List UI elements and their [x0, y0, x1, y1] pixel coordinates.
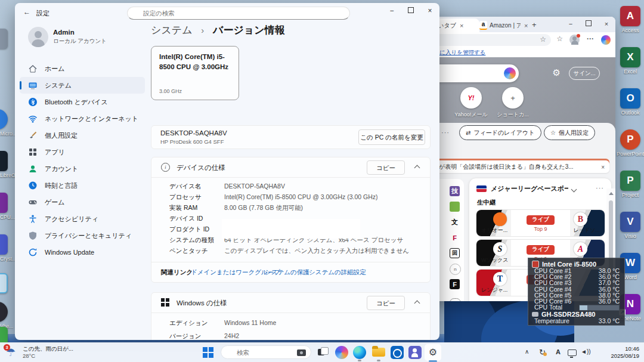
- visual-search-camera-icon[interactable]: [297, 349, 306, 356]
- site-pill[interactable]: ー: [450, 298, 461, 301]
- copilot-icon[interactable]: [601, 35, 611, 45]
- sidebar-item-network-internet[interactable]: ネットワークとインターネット: [20, 110, 145, 127]
- copy-windows-specs-button[interactable]: コピー: [367, 296, 405, 310]
- feed-layout-button[interactable]: ⇄ フィードのレイアウト: [459, 125, 541, 140]
- sidebar-item-accessibility[interactable]: アクセシビリティ: [20, 211, 145, 227]
- settings-sidebar: ホーム システム Bluetooth とデバイス ネットワークとインターネット …: [20, 60, 145, 261]
- desktop-icon-left-4[interactable]: [0, 193, 8, 213]
- windows-spec-rows: エディションWindows 11 Home バージョン24H2: [169, 319, 424, 340]
- date: 2025/08/19: [611, 352, 639, 360]
- spec-value: Intel(R) Core(TM) i5-8500 CPU @ 3.00GHz …: [224, 193, 377, 204]
- profile-avatar[interactable]: [569, 35, 580, 45]
- tab-close-icon[interactable]: ×: [460, 22, 463, 29]
- sidebar-item-home[interactable]: ホーム: [20, 60, 145, 77]
- favorites-icon[interactable]: ☆: [556, 35, 563, 43]
- site-icon-2[interactable]: [450, 202, 460, 212]
- sidebar-item-system[interactable]: システム: [20, 77, 145, 94]
- headline-close-icon[interactable]: ×: [601, 159, 605, 173]
- user-avatar[interactable]: [28, 27, 48, 47]
- edge-taskbar-icon[interactable]: [353, 346, 366, 359]
- sidebar-item-bluetooth-devices[interactable]: Bluetooth とデバイス: [20, 94, 145, 110]
- site-icon-1[interactable]: 技: [450, 186, 460, 196]
- onedrive-sync-icon[interactable]: ↻: [539, 348, 546, 357]
- settings-taskbar-icon[interactable]: ⚙: [425, 344, 441, 361]
- advanced-system-settings-link[interactable]: システムの詳細設定: [309, 268, 366, 277]
- windows-specs-header[interactable]: Windows の仕様 コピー: [151, 293, 430, 313]
- shortcut-yahoo-mail[interactable]: Y!: [460, 87, 482, 109]
- game-row-orioles-redsox[interactable]: ライブ Top 9 B オリオー... レッドソ...: [476, 209, 605, 237]
- sidebar-item-apps[interactable]: アプリ: [20, 144, 145, 160]
- desktop-icon-project[interactable]: P: [620, 171, 640, 191]
- shortcut-add[interactable]: +: [502, 87, 524, 109]
- sidebar-item-personalization[interactable]: 個人用設定: [20, 127, 145, 144]
- more-menu-icon[interactable]: ···: [587, 35, 594, 43]
- sidebar-label: 個人用設定: [45, 131, 78, 140]
- copilot-taskbar-icon[interactable]: [335, 346, 348, 359]
- edge-minimize-button[interactable]: −: [562, 17, 580, 31]
- personalize-button[interactable]: ☆ 個人用設定: [544, 125, 595, 140]
- desktop-icon-access[interactable]: A: [620, 6, 640, 26]
- desktop-icon-excel[interactable]: X: [620, 47, 640, 67]
- desktop-icon-label: Cryst...: [0, 256, 16, 262]
- ntp-settings-gear-icon[interactable]: ⚙: [553, 67, 561, 78]
- new-tab-button[interactable]: +: [532, 20, 537, 29]
- tray-chevron-icon[interactable]: ∧: [525, 348, 529, 355]
- desktop-icon-left-3[interactable]: [0, 151, 8, 171]
- weather-temp: 28°C: [23, 352, 35, 359]
- ntp-search-bar[interactable]: [426, 64, 519, 82]
- chevron-down-icon[interactable]: [571, 187, 577, 193]
- breadcrumb-parent[interactable]: システム: [151, 24, 193, 36]
- scroll-up-icon[interactable]: [609, 192, 614, 195]
- sidebar-item-privacy-security[interactable]: プライバシーとセキュリティ: [20, 227, 145, 244]
- desktop-icon-left-6[interactable]: [0, 273, 8, 293]
- outlook-taskbar-icon[interactable]: [391, 346, 404, 359]
- widget-more-icon[interactable]: ···: [596, 184, 604, 191]
- desktop-icon-left-2[interactable]: [0, 109, 8, 129]
- news-headline-bar[interactable]: が表明「会談場所は後日決まる」自身も交えた3... ×: [434, 159, 609, 173]
- file-explorer-icon[interactable]: [372, 348, 385, 357]
- spec-label: プロダクト ID: [169, 225, 224, 236]
- feed-more-icon[interactable]: ···: [441, 129, 450, 136]
- task-view-button[interactable]: [316, 346, 329, 359]
- edge-maximize-button[interactable]: [580, 17, 597, 31]
- sidebar-item-accounts[interactable]: アカウント: [20, 160, 145, 177]
- tab-close-icon[interactable]: ×: [524, 22, 528, 29]
- device-specs-header[interactable]: i デバイスの仕様 コピー: [151, 157, 430, 178]
- back-arrow-icon[interactable]: ←: [23, 8, 30, 16]
- system-protection-link[interactable]: システムの保護: [265, 268, 309, 277]
- orioles-logo-icon: [493, 212, 507, 226]
- ime-indicator[interactable]: A: [556, 348, 561, 355]
- site-icon-4[interactable]: F: [450, 233, 460, 243]
- edge-close-button[interactable]: ×: [597, 17, 615, 31]
- processor-card[interactable]: Intel(R) Core(TM) i5-8500 CPU @ 3.00GHz …: [151, 46, 239, 100]
- teams-taskbar-icon[interactable]: [408, 346, 422, 359]
- taskbar-clock[interactable]: 10:46 2025/08/19: [611, 345, 639, 360]
- cpu-model-name: Intel Core i5-8500: [542, 261, 596, 268]
- sidebar-item-time-language[interactable]: 時刻と言語: [20, 177, 145, 194]
- sign-in-button[interactable]: サイン...: [569, 67, 600, 80]
- edge-tab-amazon[interactable]: a Amazon | ア ×: [476, 18, 534, 32]
- collapse-chevron-icon[interactable]: [414, 165, 420, 171]
- sidebar-item-gaming[interactable]: ゲーム: [20, 194, 145, 211]
- start-button[interactable]: [203, 347, 213, 358]
- desktop-icon-visio[interactable]: V: [620, 212, 640, 232]
- collapse-chevron-icon[interactable]: [414, 301, 420, 307]
- site-icon-5[interactable]: 回: [450, 248, 460, 258]
- favorite-star-icon[interactable]: ☆: [540, 35, 546, 44]
- yahoo-icon: Y!: [468, 94, 475, 101]
- desktop-icon-left-5[interactable]: [0, 234, 8, 255]
- site-icon-6[interactable]: n: [450, 264, 461, 275]
- desktop-icon-powerpoint[interactable]: P: [620, 129, 640, 150]
- desktop-icon-left-1[interactable]: [0, 29, 8, 49]
- network-icon[interactable]: [568, 349, 577, 356]
- sidebar-item-windows-update[interactable]: Windows Update: [20, 244, 145, 261]
- desktop-icon-outlook[interactable]: O: [620, 88, 640, 109]
- rename-pc-button[interactable]: この PC の名前を変更: [358, 129, 425, 145]
- copy-device-specs-button[interactable]: コピー: [367, 160, 405, 175]
- volume-icon[interactable]: ◄)): [581, 348, 591, 355]
- desktop-icon-label: Excel: [613, 69, 644, 75]
- site-icon-3[interactable]: 文: [450, 217, 460, 227]
- desktop-icon-left-7[interactable]: [0, 302, 8, 322]
- network-icon: [28, 114, 38, 123]
- site-icon-7[interactable]: F: [450, 279, 460, 289]
